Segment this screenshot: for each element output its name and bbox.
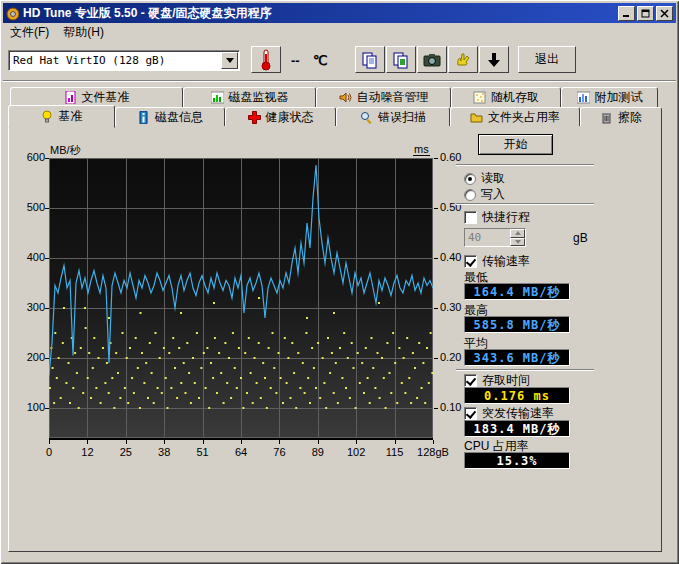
chevron-down-icon [226,58,234,63]
read-radio[interactable]: 读取 [464,170,505,187]
tab-aam[interactable]: 自动噪音管理 [316,87,451,107]
x-axis-tick [241,440,242,444]
write-radio[interactable]: 写入 [464,186,505,203]
left-axis-tick [45,258,49,259]
chevron-down-icon [515,240,521,244]
download-arrow-icon [485,51,503,69]
app-window: HD Tune 专业版 5.50 - 硬盘/固态硬盘实用程序 文件(F) 帮助(… [0,0,679,564]
right-axis-tick [434,308,438,309]
copy-image-button[interactable] [386,46,416,73]
x-axis-tick-label: 38 [142,446,186,458]
write-radio-label: 写入 [481,186,505,203]
x-axis-tick-label: 51 [181,446,225,458]
temperature-value: -- [291,53,300,68]
left-axis-unit-label: MB/秒 [49,143,82,159]
random-access-icon [473,91,486,104]
short-stroke-checkbox-row[interactable]: 快捷行程 [464,209,530,226]
left-axis-tick-label: 300 [15,301,45,313]
tab-health[interactable]: 健康状态 [225,107,336,126]
short-stroke-size-value: 40 [465,229,510,246]
write-radio-circle[interactable] [464,189,476,201]
screenshot-button[interactable] [417,46,447,73]
average-value-display: 343.6 MB/秒 [464,349,570,366]
benchmark-icon [41,110,54,123]
drive-select-dropdown-button[interactable] [221,52,238,69]
spinner-up-button[interactable] [510,229,525,238]
short-stroke-size-spinner[interactable]: 40 [464,228,526,247]
disk-info-icon [137,111,150,124]
tab-random-access[interactable]: 随机存取 [451,87,561,107]
tab-erase[interactable]: 擦除 [580,107,662,126]
tab-label: 错误扫描 [378,109,426,126]
read-radio-circle[interactable] [464,173,476,185]
maximize-button[interactable] [637,6,654,21]
close-button[interactable] [656,6,673,21]
health-icon [248,111,261,124]
separator [456,164,594,166]
right-axis-tick [434,408,438,409]
tab-disk-monitor[interactable]: 磁盘监视器 [183,87,316,107]
transfer-rate-checkbox-row[interactable]: 传输速率 [464,253,530,270]
exit-button[interactable]: 退出 [518,46,576,73]
tab-extra-tests[interactable]: 附加测试 [561,87,658,107]
tab-label: 健康状态 [266,109,314,126]
options-button[interactable] [448,46,478,73]
menu-help[interactable]: 帮助(H) [56,22,111,43]
minimize-button[interactable] [618,6,635,21]
start-button[interactable]: 开始 [478,134,553,155]
tab-benchmark[interactable]: 基准 [8,105,115,128]
close-icon [660,9,669,18]
right-axis-tick [434,258,438,259]
tab-file-benchmark[interactable]: 文件基准 [10,87,183,107]
menu-file[interactable]: 文件(F) [3,22,56,43]
tab-label: 基准 [59,108,83,125]
window-title: HD Tune 专业版 5.50 - 硬盘/固态硬盘实用程序 [23,5,616,22]
left-axis-tick-label: 400 [15,251,45,263]
menu-bar: 文件(F) 帮助(H) [3,23,676,42]
benchmark-chart [49,158,433,440]
x-axis-tick [433,440,434,444]
copy-text-button[interactable] [355,46,385,73]
burst-rate-checkbox[interactable] [464,407,477,420]
drive-select[interactable]: Red Hat VirtIO (128 gB) [8,50,240,71]
drive-select-value: Red Hat VirtIO (128 gB) [9,54,221,67]
transfer-rate-checkbox[interactable] [464,255,477,268]
x-axis-tick [356,440,357,444]
short-stroke-checkbox[interactable] [464,211,477,224]
copy-text-icon [361,51,379,69]
tab-folder-usage[interactable]: 文件夹占用率 [450,107,580,126]
temperature-button[interactable] [251,46,281,73]
hand-icon [454,51,472,69]
temperature-unit: ℃ [313,53,328,68]
short-stroke-unit-label: gB [573,231,588,245]
left-axis-tick [45,158,49,159]
minimize-icon [622,9,631,18]
separator [456,203,594,205]
aam-icon [339,91,352,104]
chevron-up-icon [515,231,521,235]
extra-tests-icon [577,91,590,104]
access-time-checkbox[interactable] [464,374,477,387]
tab-label: 文件基准 [82,89,130,106]
title-bar[interactable]: HD Tune 专业版 5.50 - 硬盘/固态硬盘实用程序 [3,3,676,23]
benchmark-tab-page: MB/秒 ms 1002003004005006000.100.200.300.… [8,125,662,552]
short-stroke-label: 快捷行程 [482,209,530,226]
erase-icon [600,111,613,124]
left-axis-tick [45,308,49,309]
maximize-icon [641,9,650,18]
tab-label: 磁盘信息 [155,109,203,126]
maximum-value-display: 585.8 MB/秒 [464,316,570,333]
x-axis-tick-label: 25 [104,446,148,458]
x-axis-tick [203,440,204,444]
x-axis-tick-label: 76 [257,446,301,458]
tab-label: 随机存取 [491,89,539,106]
x-axis-tick [126,440,127,444]
access-time-value-display: 0.176 ms [464,387,570,404]
save-results-button[interactable] [479,46,509,73]
x-axis-tick [87,440,88,444]
x-axis-tick-label: 0 [27,446,71,458]
tab-error-scan[interactable]: 错误扫描 [336,107,450,126]
read-radio-label: 读取 [481,170,505,187]
tab-disk-info[interactable]: 磁盘信息 [115,107,225,126]
spinner-down-button[interactable] [510,238,525,247]
